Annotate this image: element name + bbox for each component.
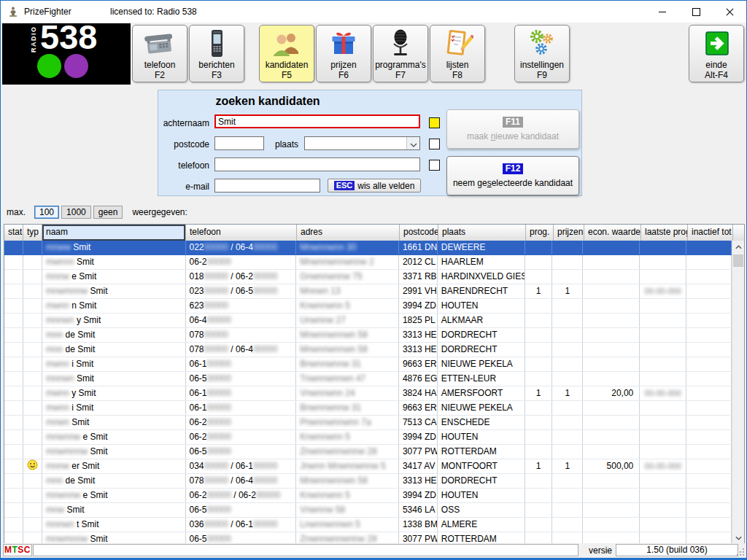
plaats-select[interactable] — [304, 136, 420, 150]
cell-naam: mnn de Smit — [42, 328, 186, 342]
redacted-text: Gnwnnwnnw 75 — [300, 271, 362, 281]
close-button[interactable] — [713, 1, 746, 23]
table-row[interactable]: mnnwn y Smit06-400000Unwnnw 271825 PLALK… — [4, 314, 732, 328]
table-row[interactable]: mnwn Smit06-200000Pnwnnwnnwnn 7a7513 CAE… — [4, 416, 732, 430]
cell-econ — [583, 489, 640, 502]
column-header-telefoon[interactable]: telefoon — [186, 225, 297, 241]
telefoon-input[interactable] — [214, 158, 420, 171]
redacted-text: mwnnn — [46, 257, 74, 267]
resize-grip[interactable] — [735, 547, 745, 556]
title-bar: PrizeFighter licensed to: Radio 538 — [1, 1, 746, 23]
toolbar-button-label: lijsten — [430, 60, 484, 70]
clear-fields-button[interactable]: ESC wis alle velden — [328, 179, 421, 192]
table-row[interactable]: mwnn y Smit06-100000Vnwnnwnn 243824 HAAM… — [4, 386, 732, 401]
redacted-text: 00000 — [204, 461, 228, 471]
table-row[interactable]: mnn de Smit07800000 / 06-400000Mnwnnwnnw… — [4, 343, 732, 357]
table-row[interactable]: mnnwn Smit06-500000Tnwnnwnnwn 474876 EGE… — [4, 372, 732, 386]
column-header-naam[interactable]: naam — [42, 225, 186, 241]
toolbar-einde-button[interactable]: eindeAlt-F4 — [689, 25, 744, 82]
column-header-plaats[interactable]: plaats — [438, 225, 526, 241]
status-bar: MTSC versie 1.50 (build 036) — [1, 543, 746, 558]
cell-stat — [4, 328, 23, 342]
cell-naam: mwnn y Smit — [42, 386, 186, 400]
redacted-text: 00000 — [207, 257, 231, 267]
toolbar-button-key: F7 — [374, 70, 427, 80]
scroll-up-button[interactable] — [732, 241, 744, 253]
toolbar-telefoon-button[interactable]: telefoonF2 — [132, 25, 187, 82]
column-header-postcode[interactable]: postcode — [400, 225, 438, 241]
cell-prog — [525, 430, 553, 444]
table-row[interactable]: mnnw e Smit01800000 / 06-200000Gnwnnwnnw… — [4, 270, 732, 284]
table-row[interactable]: mnn de Smit07800000Mnwnnwnnwn 583313 HED… — [4, 328, 732, 343]
table-row[interactable]: mnw Smit06-500000Vnwnnw 585346 LAOSS — [4, 503, 732, 518]
column-header-stat[interactable]: stat — [4, 225, 23, 241]
toolbar-kandidaten-button[interactable]: kandidatenF5 — [259, 25, 314, 82]
cell-prog — [525, 445, 553, 459]
table-row[interactable]: mnn de Smit07800000 / 06-400000Mnwnnwnnw… — [4, 474, 732, 489]
minimize-button[interactable] — [646, 1, 679, 23]
column-header-prog[interactable]: prog. — [526, 225, 554, 241]
window-title: PrizeFighter — [24, 7, 71, 17]
cell-prijzen — [552, 241, 583, 254]
toolbar-lijsten-button[interactable]: lijstenF8 — [430, 25, 485, 82]
column-header-typ[interactable]: typ — [23, 225, 42, 241]
table-row[interactable]: mnnwn t Smit03600000 / 06-100000Lnwnnwnn… — [4, 518, 732, 532]
table-row[interactable]: mnnw er Smit03400000 / 06-100000Jnwnn Mn… — [4, 459, 732, 474]
toolbar-instellingen-button[interactable]: instellingenF9 — [514, 25, 570, 82]
max-100-button[interactable]: 100 — [34, 206, 59, 219]
scroll-down-button[interactable] — [732, 532, 744, 544]
redacted-text: Unwnnw 27 — [300, 315, 346, 325]
cell-inactief — [686, 518, 732, 532]
cell-laatste — [640, 255, 686, 269]
redacted-text: Mnwnnwnnwn 58 — [300, 330, 368, 340]
cell-postcode: 3077 PW — [399, 532, 438, 544]
naam-visible: Smit — [74, 257, 94, 267]
redacted-text: Knwnnwnn 5 — [300, 300, 350, 311]
cell-adres: Mnnwn 13 — [296, 284, 399, 298]
cell-laatste — [640, 489, 686, 502]
naam-visible: e Smit — [69, 271, 96, 281]
table-row[interactable]: mnwnnw e Smit06-200000Knwnnwnn 53994 ZDH… — [4, 430, 732, 445]
cell-stat — [4, 255, 23, 269]
column-header-econ[interactable]: econ. waarde — [584, 225, 641, 241]
max-1000-button[interactable]: 1000 — [61, 206, 91, 219]
column-header-prijzen[interactable]: prijzen — [554, 225, 584, 241]
column-header-laatste[interactable]: laatste prog. — [641, 225, 688, 241]
table-row[interactable]: mwnnn Smit06-200000Mnwnnwnnwnnw 22012 CL… — [4, 255, 732, 270]
esc-key-badge: ESC — [334, 181, 355, 190]
email-input[interactable] — [214, 179, 320, 192]
max-geen-button[interactable]: geen — [93, 206, 123, 219]
cell-prijzen — [552, 503, 583, 517]
cell-postcode: 3313 HE — [399, 343, 438, 357]
table-row[interactable]: mnwnnw e Smit06-200000 / 06-200000Knwnnw… — [4, 489, 732, 503]
cell-econ — [583, 401, 640, 415]
toolbar-berichten-button[interactable]: berichtenF3 — [189, 25, 244, 82]
cell-stat — [4, 459, 23, 473]
plaats-filter-checkbox[interactable] — [429, 139, 440, 149]
vertical-scrollbar[interactable] — [732, 241, 744, 544]
column-header-inactief[interactable]: inactief tot — [688, 225, 733, 241]
cell-prog — [525, 372, 553, 386]
table-row[interactable]: mwnn n Smit62300000Knwnnwnn 53994 ZDHOUT… — [4, 299, 732, 314]
telefoon-filter-checkbox[interactable] — [429, 160, 440, 171]
table-row[interactable]: mwnn i Smit06-100000Bnwnnwnnw 319663 ERN… — [4, 357, 732, 372]
scroll-thumb[interactable] — [733, 254, 743, 267]
table-row[interactable]: mwnn i Smit06-100000Bnwnnwnnw 319663 ERN… — [4, 401, 732, 416]
table-row[interactable]: mnwmnnw Smit06-500000Znwnnwnnwnnw 283077… — [4, 532, 732, 544]
postcode-input[interactable] — [214, 136, 264, 150]
table-row[interactable]: mnwmnnw Smit06-500000Znwnnwnnwnnw 283077… — [4, 445, 732, 459]
cell-laatste — [640, 343, 686, 357]
achternaam-filter-checkbox[interactable] — [429, 117, 440, 128]
cell-laatste — [640, 474, 686, 488]
toolbar-programmas-button[interactable]: programma'sF7 — [373, 25, 428, 82]
cell-postcode: 3417 AV — [399, 459, 438, 473]
table-row[interactable]: mnwmnnw Smit02300000 / 06-500000Mnnwn 13… — [4, 284, 732, 299]
take-candidate-button[interactable]: F12 neem geselecteerde kandidaat — [446, 156, 579, 195]
plaats-dropdown-button[interactable] — [406, 137, 419, 149]
achternaam-input[interactable] — [214, 114, 420, 128]
column-header-adres[interactable]: adres — [297, 225, 400, 241]
table-row[interactable]: mnww Smit02200000 / 06-400000Mnwnnwnn 30… — [4, 241, 732, 255]
toolbar-button-key: F5 — [260, 70, 314, 80]
maximize-button[interactable] — [679, 1, 713, 23]
toolbar-prijzen-button[interactable]: prijzenF6 — [316, 25, 371, 82]
